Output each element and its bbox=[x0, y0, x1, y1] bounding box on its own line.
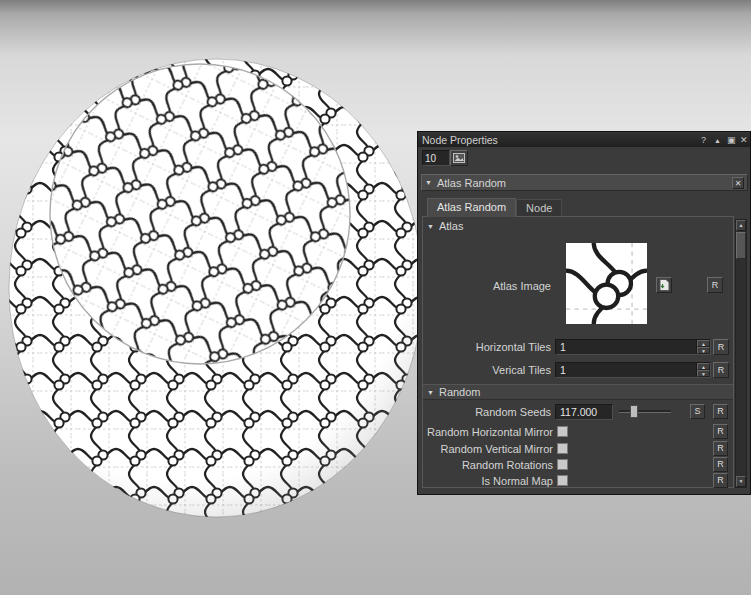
atlas-section-label: Atlas bbox=[439, 220, 463, 232]
atlas-image-label: Atlas Image bbox=[423, 280, 551, 292]
collapse-icon[interactable]: ▼ bbox=[425, 179, 432, 186]
tab-bar: Atlas Random Node bbox=[427, 198, 562, 217]
random-section-header[interactable]: ▼ Random bbox=[423, 384, 733, 400]
checkbox-is-normal-map[interactable] bbox=[557, 475, 568, 486]
tab-node[interactable]: Node bbox=[516, 199, 562, 217]
reset-button[interactable]: R bbox=[713, 404, 728, 419]
scroll-up-icon[interactable]: ▲ bbox=[736, 220, 746, 231]
node-header-label: Atlas Random bbox=[437, 177, 506, 189]
reset-button[interactable]: R bbox=[713, 473, 728, 488]
reset-button[interactable]: R bbox=[707, 277, 723, 293]
node-id-input[interactable] bbox=[422, 150, 450, 166]
pin-icon[interactable]: ▲ bbox=[708, 134, 720, 145]
spin-up-icon[interactable]: ▲ bbox=[697, 340, 710, 347]
horizontal-tiles-field: ▲ ▼ bbox=[555, 339, 711, 355]
random-rotations-label: Random Rotations bbox=[423, 459, 553, 471]
reset-button[interactable]: R bbox=[713, 457, 728, 472]
checkbox-random-horizontal-mirror[interactable] bbox=[557, 426, 568, 437]
random-vertical-mirror-label: Random Vertical Mirror bbox=[423, 443, 553, 455]
horizontal-tiles-input[interactable] bbox=[556, 340, 696, 354]
vertical-tiles-label: Verical Tiles bbox=[423, 364, 551, 376]
application-viewport: Node Properties ? ▲ ▣ ✕ ▼ Atlas Random ✕ bbox=[0, 0, 751, 595]
horizontal-tiles-label: Horizontal Tiles bbox=[423, 341, 551, 353]
vertical-tiles-field: ▲ ▼ bbox=[555, 362, 711, 378]
atlas-image-thumbnail[interactable] bbox=[566, 243, 647, 324]
is-normal-map-label: Is Normal Map bbox=[423, 475, 553, 487]
random-seeds-label: Random Seeds bbox=[423, 406, 551, 418]
maximize-icon[interactable]: ▣ bbox=[721, 134, 733, 145]
panel-scrollbar[interactable]: ▲ ▼ bbox=[735, 219, 747, 488]
panel-title: Node Properties bbox=[422, 134, 498, 146]
titlebar-icons: ? ▲ ▣ ✕ bbox=[695, 134, 746, 145]
random-seeds-field bbox=[555, 404, 613, 420]
random-horizontal-mirror-label: Random Horizontal Mirror bbox=[423, 426, 553, 438]
spin-up-icon[interactable]: ▲ bbox=[697, 363, 710, 370]
preview-image-button[interactable] bbox=[450, 150, 468, 166]
reset-button[interactable]: R bbox=[713, 362, 729, 378]
collapse-icon[interactable]: ▼ bbox=[427, 223, 434, 230]
vertical-tiles-input[interactable] bbox=[556, 363, 696, 377]
reset-button[interactable]: R bbox=[713, 339, 729, 355]
close-icon[interactable]: ✕ bbox=[734, 134, 746, 145]
seed-slider-track[interactable] bbox=[619, 410, 671, 413]
scrollbar-thumb[interactable] bbox=[736, 232, 746, 259]
collapse-icon[interactable]: ▼ bbox=[427, 389, 434, 396]
node-properties-panel: Node Properties ? ▲ ▣ ✕ ▼ Atlas Random ✕ bbox=[417, 131, 751, 495]
node-close-icon[interactable]: ✕ bbox=[732, 177, 744, 189]
help-icon[interactable]: ? bbox=[695, 134, 707, 145]
seed-slider-handle[interactable] bbox=[630, 405, 638, 418]
image-icon bbox=[453, 153, 465, 163]
load-image-icon bbox=[659, 279, 670, 291]
seed-button[interactable]: S bbox=[690, 404, 705, 419]
reset-button[interactable]: R bbox=[713, 441, 728, 456]
panel-toolbar bbox=[418, 147, 750, 171]
sphere-preview[interactable] bbox=[2, 56, 432, 520]
vertical-tiles-stepper: ▲ ▼ bbox=[696, 363, 710, 377]
panel-titlebar[interactable]: Node Properties ? ▲ ▣ ✕ bbox=[418, 132, 750, 147]
checkbox-random-vertical-mirror[interactable] bbox=[557, 443, 568, 454]
node-header-bar[interactable]: ▼ Atlas Random ✕ bbox=[421, 174, 748, 191]
spin-down-icon[interactable]: ▼ bbox=[697, 370, 710, 377]
load-image-button[interactable] bbox=[656, 277, 672, 293]
horizontal-tiles-stepper: ▲ ▼ bbox=[696, 340, 710, 354]
tab-content: ▼ Atlas Atlas Image bbox=[422, 216, 734, 488]
atlas-tile-image bbox=[566, 243, 647, 324]
reset-button[interactable]: R bbox=[713, 424, 728, 439]
random-seeds-input[interactable] bbox=[556, 405, 612, 419]
atlas-section-header[interactable]: ▼ Atlas bbox=[427, 220, 463, 232]
checkbox-random-rotations[interactable] bbox=[557, 459, 568, 470]
scroll-down-icon[interactable]: ▼ bbox=[736, 476, 746, 487]
spin-down-icon[interactable]: ▼ bbox=[697, 347, 710, 354]
tab-atlas-random[interactable]: Atlas Random bbox=[427, 198, 516, 217]
random-section-label: Random bbox=[439, 386, 481, 398]
